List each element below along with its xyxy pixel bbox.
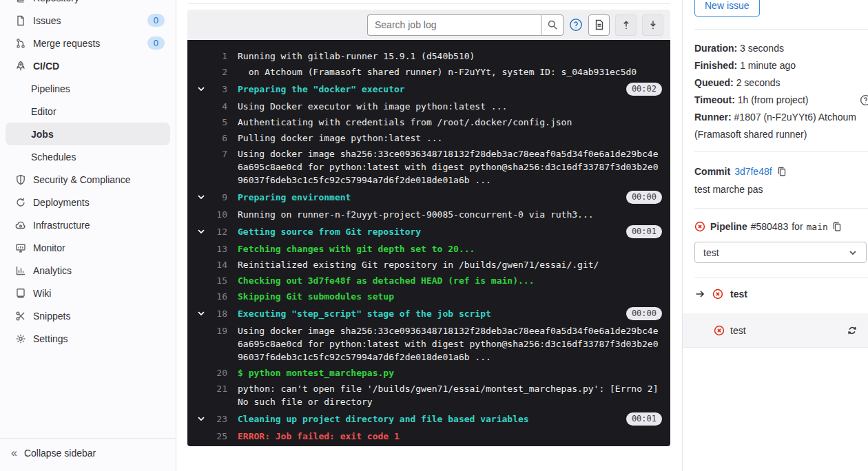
- sidebar-item-infrastructure[interactable]: Infrastructure: [0, 213, 176, 236]
- document-icon: [15, 15, 26, 26]
- log-line-number[interactable]: 2: [187, 65, 227, 78]
- sidebar-item-pipelines[interactable]: Pipelines: [0, 77, 176, 100]
- sidebar-item-label: Issues: [33, 15, 61, 26]
- collapse-section-icon[interactable]: [196, 308, 206, 318]
- sidebar-item-label: Monitor: [33, 242, 65, 253]
- pipeline-for-text: for: [792, 221, 803, 232]
- log-line-18[interactable]: 18Executing "step_script" stage of the j…: [187, 304, 670, 323]
- merge-request-icon: [15, 38, 26, 49]
- search-button[interactable]: [541, 14, 564, 36]
- log-line-number[interactable]: 23: [187, 412, 227, 426]
- log-line-23[interactable]: 23Cleaning up project directory and file…: [187, 410, 670, 428]
- scroll-up-icon: [621, 19, 632, 30]
- deploy-icon: [15, 197, 26, 208]
- timeout-help-icon[interactable]: [860, 94, 868, 106]
- log-line-text: Checking out 3d7fe48f as detached HEAD (…: [238, 274, 662, 287]
- copy-ref-icon[interactable]: [831, 221, 843, 232]
- log-line-number[interactable]: 18: [187, 307, 227, 320]
- detail-value: 1 minute ago: [740, 60, 796, 71]
- log-line-text: Authenticating with credentials from /ro…: [238, 116, 662, 129]
- log-line-number[interactable]: 15: [187, 274, 227, 287]
- count-badge: 0: [147, 36, 165, 50]
- content-top-divider: [187, 3, 670, 4]
- job-log: 1Running with gitlab-runner 15.9.1 (d540…: [187, 40, 670, 446]
- retry-job-icon[interactable]: [847, 325, 858, 336]
- copy-commit-sha-icon[interactable]: [776, 166, 787, 177]
- log-line-number[interactable]: 6: [187, 132, 227, 145]
- stage-dropdown[interactable]: test: [694, 242, 867, 263]
- sidebar-item-label: Schedules: [31, 151, 76, 163]
- detail-label: Duration:: [694, 43, 740, 54]
- scroll-to-bottom-button[interactable]: [642, 14, 663, 36]
- section-duration-badge: 00:02: [626, 83, 662, 96]
- chevron-down-icon: [848, 248, 858, 258]
- log-line-number[interactable]: 7: [187, 147, 227, 160]
- log-line-number[interactable]: 12: [187, 225, 227, 238]
- log-line-number[interactable]: 21: [187, 382, 227, 395]
- log-line-number[interactable]: 19: [187, 324, 227, 337]
- sidebar-item-merge-requests[interactable]: Merge requests0: [0, 32, 176, 54]
- sidebar-item-editor[interactable]: Editor: [0, 100, 176, 123]
- sidebar-item-issues[interactable]: Issues0: [0, 9, 176, 32]
- log-line-text: Preparing the "docker" executor: [238, 83, 621, 96]
- search-input[interactable]: [367, 14, 541, 36]
- collapse-section-icon[interactable]: [196, 192, 206, 202]
- job-row[interactable]: test: [683, 313, 868, 348]
- analytics-icon: [15, 265, 26, 276]
- log-line-number[interactable]: 14: [187, 258, 227, 271]
- commit-sha-link[interactable]: 3d7fe48f: [734, 166, 772, 177]
- commit-message: test marche pas: [694, 182, 868, 196]
- log-line-number[interactable]: 20: [187, 366, 227, 379]
- log-line-number[interactable]: 25: [187, 430, 227, 443]
- log-line-text: Pulling docker image python:latest ...: [238, 132, 662, 145]
- log-line-text: Preparing environment: [238, 191, 621, 204]
- sidebar-item-repository[interactable]: Repository: [0, 0, 176, 9]
- collapse-section-icon[interactable]: [196, 227, 206, 236]
- log-line-number[interactable]: 3: [187, 83, 227, 96]
- scroll-to-top-button[interactable]: [615, 14, 637, 36]
- sidebar-item-security-compliance[interactable]: Security & Compliance: [0, 168, 176, 191]
- log-line-number[interactable]: 4: [187, 100, 227, 113]
- log-line-number[interactable]: 9: [187, 191, 227, 204]
- log-line-3[interactable]: 3Preparing the "docker" executor00:02: [187, 80, 670, 98]
- collapse-section-icon[interactable]: [196, 414, 206, 423]
- log-line-number[interactable]: 1: [187, 50, 227, 63]
- sidebar-item-settings[interactable]: Settings: [0, 327, 176, 350]
- sidebar-item-ci-cd[interactable]: CI/CD: [0, 54, 176, 77]
- sidebar-item-snippets[interactable]: Snippets: [0, 304, 176, 327]
- sidebar-item-label: Wiki: [33, 288, 51, 299]
- sidebar-item-analytics[interactable]: Analytics: [0, 259, 176, 282]
- log-line-number[interactable]: 13: [187, 242, 227, 255]
- sidebar-nav: RepositoryIssues0Merge requests0CI/CDPip…: [0, 0, 176, 350]
- new-issue-button[interactable]: New issue: [694, 0, 760, 17]
- commit-label: Commit: [694, 166, 730, 177]
- log-line-number[interactable]: 5: [187, 116, 227, 129]
- search-icon: [547, 19, 558, 30]
- collapse-sidebar-button[interactable]: « Collapse sidebar: [0, 438, 176, 471]
- sidebar-item-monitor[interactable]: Monitor: [0, 236, 176, 259]
- log-line-number[interactable]: 16: [187, 290, 227, 303]
- job-name[interactable]: test: [730, 325, 746, 336]
- sidebar-item-jobs[interactable]: Jobs: [6, 123, 170, 145]
- collapse-section-icon[interactable]: [196, 84, 206, 94]
- log-line-number[interactable]: 10: [187, 208, 227, 221]
- monitor-icon: [15, 242, 26, 253]
- section-duration-badge: 00:01: [626, 412, 662, 426]
- log-line-12[interactable]: 12Getting source from Git repository00:0…: [187, 222, 670, 241]
- pipeline-id[interactable]: #580483: [751, 221, 789, 232]
- sidebar-item-wiki[interactable]: Wiki: [0, 282, 176, 304]
- commit-row: Commit 3d7fe48f: [694, 165, 868, 178]
- pipeline-ref[interactable]: main: [807, 222, 828, 232]
- chevron-double-left-icon: «: [11, 448, 17, 458]
- divider: [694, 208, 868, 209]
- sidebar-item-schedules[interactable]: Schedules: [0, 145, 176, 168]
- detail-row-duration: Duration: 3 seconds: [694, 40, 868, 57]
- sidebar-item-deployments[interactable]: Deployments: [0, 191, 176, 213]
- log-line-9[interactable]: 9Preparing environment00:00: [187, 188, 670, 207]
- log-line-14: 14Reinitialized existing Git repository …: [187, 257, 670, 273]
- help-icon[interactable]: [569, 18, 583, 32]
- detail-label: Finished:: [694, 60, 740, 71]
- detail-label: Queued:: [694, 77, 736, 88]
- log-line-text: on Atchoum (Framasoft shared runner) n-F…: [238, 65, 662, 78]
- show-raw-button[interactable]: [588, 14, 610, 36]
